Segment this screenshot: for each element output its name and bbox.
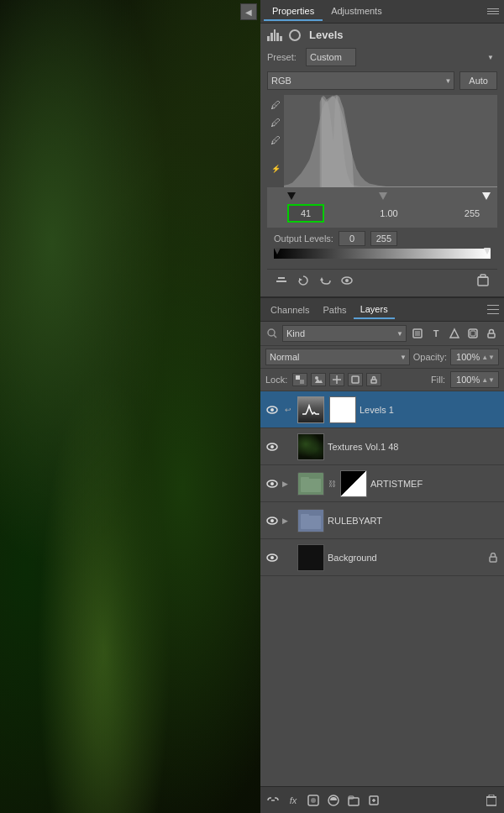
layer-expand-arrow[interactable]: ▶ xyxy=(282,480,294,488)
opacity-label: Opacity: xyxy=(413,352,447,362)
layer-visibility-toggle[interactable] xyxy=(265,440,279,454)
clip-to-layer-icon[interactable] xyxy=(274,273,289,288)
layer-background-thumb xyxy=(297,544,324,571)
layer-mask-thumb xyxy=(340,470,367,497)
svg-point-6 xyxy=(345,279,349,282)
channel-select-wrapper: RGB ▼ xyxy=(267,71,454,90)
svg-point-30 xyxy=(270,482,274,485)
layer-row[interactable]: Background xyxy=(260,539,504,576)
blend-mode-select[interactable]: Normal xyxy=(265,349,410,365)
levels-icon xyxy=(267,29,282,41)
svg-point-26 xyxy=(270,408,274,412)
layer-chain-link: ↩ xyxy=(282,404,294,416)
svg-rect-49 xyxy=(486,797,496,805)
canvas-image xyxy=(0,0,260,813)
layer-visibility-toggle[interactable] xyxy=(265,514,279,527)
shadow-input[interactable]: 41 xyxy=(287,204,324,223)
lock-image-icon[interactable] xyxy=(311,373,326,386)
add-layer-icon[interactable] xyxy=(366,793,381,808)
layer-effects-icon[interactable]: fx xyxy=(286,793,301,808)
layers-bottom-toolbar: fx xyxy=(260,786,504,813)
auto-button[interactable]: Auto xyxy=(459,71,497,90)
eyedropper-highlight-tool[interactable]: 🖊 xyxy=(269,134,282,147)
tab-paths[interactable]: Paths xyxy=(316,302,353,318)
lock-row: Lock: Fill: 100% xyxy=(260,369,504,391)
layer-raster-thumb xyxy=(297,433,324,460)
svg-rect-3 xyxy=(278,277,285,279)
layer-expand-arrow[interactable]: ▶ xyxy=(282,517,294,525)
filter-pixel-icon[interactable] xyxy=(410,326,425,341)
filter-text-icon[interactable]: T xyxy=(428,326,444,341)
layer-visibility-toggle[interactable] xyxy=(265,403,279,417)
channel-select[interactable]: RGB xyxy=(267,71,454,90)
highlight-handle[interactable] xyxy=(482,192,491,200)
properties-bottom-toolbar xyxy=(267,269,497,291)
preset-row: Preset: Custom ▼ xyxy=(267,48,497,66)
output-left-handle[interactable] xyxy=(274,248,281,254)
tab-properties[interactable]: Properties xyxy=(264,3,323,21)
svg-rect-16 xyxy=(470,331,475,336)
link-layers-icon[interactable] xyxy=(265,793,281,808)
layer-row[interactable]: ▶ RULEBYART xyxy=(260,502,504,539)
highlight-input[interactable]: 255 xyxy=(454,208,491,218)
add-adjustment-icon[interactable] xyxy=(326,793,341,808)
eyedropper-mid-tool[interactable]: 🖊 xyxy=(269,116,282,129)
fill-value[interactable]: 100% xyxy=(454,375,481,385)
svg-rect-9 xyxy=(480,275,486,277)
layer-row[interactable]: ↩ Levels 1 xyxy=(260,391,504,428)
kind-select[interactable]: Kind xyxy=(282,325,407,342)
reset-icon[interactable] xyxy=(296,273,311,288)
lock-position-icon[interactable] xyxy=(329,373,344,386)
canvas-area: ◀ xyxy=(0,0,260,813)
properties-panel-menu[interactable] xyxy=(487,5,501,18)
preset-select-wrapper: Custom ▼ xyxy=(306,48,497,66)
svg-rect-7 xyxy=(478,277,488,286)
layers-panel-menu[interactable] xyxy=(487,303,501,317)
svg-rect-13 xyxy=(415,331,420,336)
midpoint-handle[interactable] xyxy=(379,192,387,200)
output-max-value[interactable]: 255 xyxy=(370,231,397,246)
svg-point-28 xyxy=(270,445,274,448)
right-panel: Properties Adjustments Levels Preset: xyxy=(260,0,504,813)
tab-adjustments[interactable]: Adjustments xyxy=(323,3,391,21)
levels-icon-2 xyxy=(289,29,304,41)
layer-visibility-toggle[interactable] xyxy=(265,477,279,490)
delete-adjustment-icon[interactable] xyxy=(475,273,491,288)
layer-row[interactable]: Textures Vol.1 48 xyxy=(260,428,504,465)
visibility-icon[interactable] xyxy=(339,273,354,288)
shadow-handle[interactable] xyxy=(287,192,296,200)
add-mask-icon[interactable] xyxy=(306,793,321,808)
blend-select-wrapper: Normal ▼ xyxy=(265,349,410,365)
opacity-value[interactable]: 100% xyxy=(454,352,481,362)
output-min-value[interactable]: 0 xyxy=(339,231,365,246)
add-group-icon[interactable] xyxy=(346,793,361,808)
fill-stepper-icon[interactable]: ▲▼ xyxy=(481,376,495,384)
delete-layer-icon[interactable] xyxy=(484,793,499,808)
lock-artboard-icon[interactable] xyxy=(348,373,363,386)
svg-rect-36 xyxy=(301,514,309,517)
filter-shape-icon[interactable] xyxy=(447,326,462,341)
layers-list: ↩ Levels 1 Textures Vol.1 48 xyxy=(260,391,504,786)
lock-transparent-icon[interactable] xyxy=(292,373,307,386)
eyedropper-shadow-tool[interactable]: 🖊 xyxy=(269,98,282,112)
lock-all-icon[interactable] xyxy=(366,373,381,386)
opacity-stepper-icon[interactable]: ▲▼ xyxy=(481,354,495,361)
input-values-row: 41 1.00 255 xyxy=(267,202,497,228)
canvas-corner-icon[interactable]: ◀ xyxy=(240,3,257,20)
layer-visibility-toggle[interactable] xyxy=(265,551,279,564)
tab-layers[interactable]: Layers xyxy=(354,301,395,319)
preset-arrow-icon: ▼ xyxy=(487,54,494,61)
tab-channels[interactable]: Channels xyxy=(264,302,316,318)
filter-lock-icon[interactable] xyxy=(484,326,499,341)
histogram-refresh-icon[interactable]: ⚡ xyxy=(269,162,282,176)
svg-rect-51 xyxy=(489,795,494,797)
lock-icons-group xyxy=(292,373,381,386)
filter-smart-icon[interactable] xyxy=(465,326,480,341)
channel-row: RGB ▼ Auto xyxy=(267,71,497,90)
preset-select[interactable]: Custom xyxy=(306,48,356,66)
undo-icon[interactable] xyxy=(318,273,333,288)
output-right-handle[interactable] xyxy=(484,248,491,254)
svg-point-38 xyxy=(270,556,274,559)
midpoint-input[interactable]: 1.00 xyxy=(324,208,454,218)
layer-row[interactable]: ▶ ⛓ ARTISTMEF xyxy=(260,465,504,502)
